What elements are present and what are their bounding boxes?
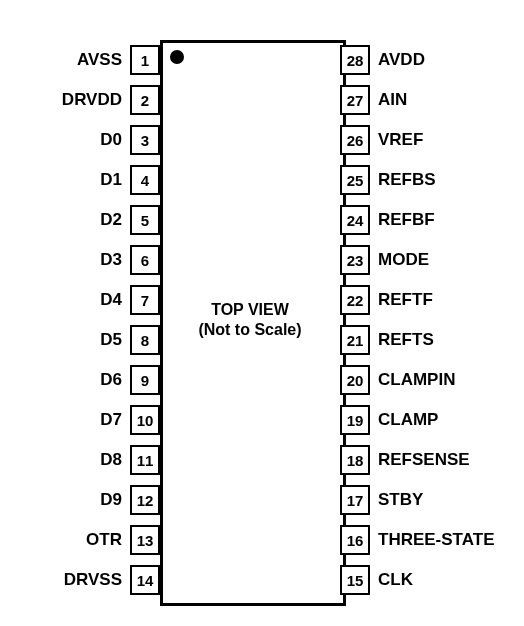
pin-row: D03 <box>100 120 160 160</box>
pin-number-box: 15 <box>340 565 370 595</box>
pin-row: 17STBY <box>340 480 423 520</box>
pin-row: D47 <box>100 280 160 320</box>
pin-label: D6 <box>100 370 122 390</box>
pin-row: D14 <box>100 160 160 200</box>
pin-row: 25REFBS <box>340 160 436 200</box>
pin-row: OTR13 <box>86 520 160 560</box>
pin-label: DRVSS <box>64 570 122 590</box>
not-to-scale-label: (Not to Scale) <box>198 321 301 339</box>
pin-label: OTR <box>86 530 122 550</box>
pin-number-box: 5 <box>130 205 160 235</box>
pin-row: 16THREE-STATE <box>340 520 494 560</box>
pin-label: DRVDD <box>62 90 122 110</box>
pin-number-box: 8 <box>130 325 160 355</box>
pin-label: THREE-STATE <box>378 530 494 550</box>
pin-row: D25 <box>100 200 160 240</box>
chip-center-text: TOP VIEW (Not to Scale) <box>160 40 340 600</box>
pin-number-box: 23 <box>340 245 370 275</box>
pin-number-box: 19 <box>340 405 370 435</box>
pin-label: D1 <box>100 170 122 190</box>
pin-row: D69 <box>100 360 160 400</box>
pin-number-box: 6 <box>130 245 160 275</box>
pin-number-box: 22 <box>340 285 370 315</box>
pin-label: D9 <box>100 490 122 510</box>
pin-label: REFBS <box>378 170 436 190</box>
pin-number-box: 27 <box>340 85 370 115</box>
ic-pinout-diagram: TOP VIEW (Not to Scale) AVSS1 DRVDD2 D03… <box>20 20 504 606</box>
pin-number-box: 25 <box>340 165 370 195</box>
pin-number-box: 18 <box>340 445 370 475</box>
pin-label: D0 <box>100 130 122 150</box>
pin-number-box: 13 <box>130 525 160 555</box>
pin-label: D3 <box>100 250 122 270</box>
pin-number-box: 11 <box>130 445 160 475</box>
pin-number-box: 12 <box>130 485 160 515</box>
pin-number-box: 9 <box>130 365 160 395</box>
pin-number-box: 26 <box>340 125 370 155</box>
pin-label: D8 <box>100 450 122 470</box>
pin-label: STBY <box>378 490 423 510</box>
pin-row: D811 <box>100 440 160 480</box>
pin-row: DRVDD2 <box>62 80 160 120</box>
pin-label: AVDD <box>378 50 425 70</box>
pin-label: D4 <box>100 290 122 310</box>
pin-label: MODE <box>378 250 429 270</box>
pin-label: AVSS <box>77 50 122 70</box>
pin-label: VREF <box>378 130 423 150</box>
pin-number-box: 24 <box>340 205 370 235</box>
pin-label: REFTF <box>378 290 433 310</box>
pin-row: D710 <box>100 400 160 440</box>
pin-row: 18REFSENSE <box>340 440 470 480</box>
pin-row: 20CLAMPIN <box>340 360 455 400</box>
pin-number-box: 7 <box>130 285 160 315</box>
pin-label: REFTS <box>378 330 434 350</box>
pin-number-box: 4 <box>130 165 160 195</box>
pin-number-box: 16 <box>340 525 370 555</box>
pin-number-box: 17 <box>340 485 370 515</box>
pin-row: DRVSS14 <box>64 560 160 600</box>
pin-label: D2 <box>100 210 122 230</box>
pin-row: D36 <box>100 240 160 280</box>
pin-number-box: 14 <box>130 565 160 595</box>
pin-label: REFBF <box>378 210 435 230</box>
pin-row: 15CLK <box>340 560 413 600</box>
pin-number-box: 3 <box>130 125 160 155</box>
pin-row: 19CLAMP <box>340 400 438 440</box>
pin-row: 23MODE <box>340 240 429 280</box>
pin-row: 26VREF <box>340 120 423 160</box>
pin-label: CLAMPIN <box>378 370 455 390</box>
pin-row: 28AVDD <box>340 40 425 80</box>
pin-row: 24REFBF <box>340 200 435 240</box>
pin-row: 27AIN <box>340 80 407 120</box>
pin-number-box: 2 <box>130 85 160 115</box>
pin-row: D912 <box>100 480 160 520</box>
pin-number-box: 1 <box>130 45 160 75</box>
pin-label: REFSENSE <box>378 450 470 470</box>
pin-row: AVSS1 <box>77 40 160 80</box>
pin-number-box: 21 <box>340 325 370 355</box>
pin-number-box: 28 <box>340 45 370 75</box>
pin-label: D5 <box>100 330 122 350</box>
pin-row: 22REFTF <box>340 280 433 320</box>
pin-label: D7 <box>100 410 122 430</box>
top-view-label: TOP VIEW <box>211 301 289 319</box>
pin-label: CLK <box>378 570 413 590</box>
pin-label: AIN <box>378 90 407 110</box>
pin-row: D58 <box>100 320 160 360</box>
pin-label: CLAMP <box>378 410 438 430</box>
pin-number-box: 10 <box>130 405 160 435</box>
pin-number-box: 20 <box>340 365 370 395</box>
pin-row: 21REFTS <box>340 320 434 360</box>
